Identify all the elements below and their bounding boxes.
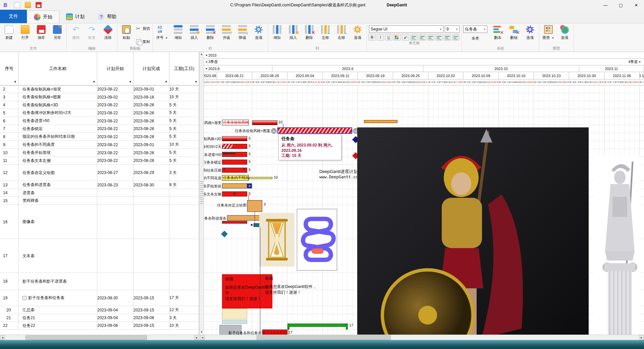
table-row[interactable]: 8指定的任务条开始和结束日期2023-08-222023-08-265 天 [0, 133, 199, 141]
ribbon-button-paste[interactable]: 粘贴 [119, 24, 134, 40]
ribbon-button-col-options[interactable]: 选项 [350, 24, 365, 40]
ribbon-button-align-middle[interactable] [444, 34, 451, 41]
table-row[interactable]: 11任务条文本左侧2023-08-222023-08-265 天 [0, 157, 199, 165]
bar-type-combo[interactable]: 任务条∨ [463, 25, 487, 33]
table-row[interactable]: 22任务222023-09-062023-09-1510 天 [0, 322, 199, 330]
column-header-4[interactable]: 工期(工日)▼ [169, 52, 199, 85]
table-row[interactable]: 2任务条绘制风格=渐变2023-08-222023-09-0110 天 [0, 85, 199, 93]
ribbon-button-align-right[interactable] [427, 34, 434, 41]
ribbon-button-italic[interactable]: I [377, 34, 384, 41]
column-header-2[interactable]: 计划开始▼ [97, 52, 133, 85]
ribbon-button-col-right[interactable]: →右移 [334, 24, 349, 40]
column-header-0[interactable]: 序号▼ [0, 52, 18, 85]
filter-dropdown-icon[interactable]: ▼ [195, 80, 198, 83]
ribbon-button-col-left[interactable]: ←左移 [318, 24, 333, 40]
collapse-expander-icon[interactable]: − [22, 296, 26, 300]
table-row[interactable]: 3任务条绘制风格=图案2023-09-022023-09-1615 天 [0, 93, 199, 101]
table-row[interactable]: 15里程碑条 [0, 197, 199, 205]
ribbon-button-save[interactable]: 保存 [34, 24, 49, 40]
table-row[interactable]: 5任务条缓冲区剩余时间=2天2023-08-222023-08-265 天 [0, 109, 199, 117]
filter-dropdown-icon[interactable]: ▼ [93, 80, 96, 83]
ribbon-button-new[interactable]: 新建 [1, 24, 17, 40]
ribbon-button-col-delete[interactable]: ✕删除 [302, 24, 317, 40]
ribbon-button-underline[interactable]: U [385, 34, 392, 41]
table-row[interactable]: 9任务条的不同高度2023-08-222023-09-0110 天 [0, 141, 199, 149]
table-row[interactable]: 17文本条 [0, 239, 199, 273]
new-file-icon[interactable] [14, 2, 20, 8]
filter-dropdown-icon[interactable]: ▼ [129, 80, 132, 83]
ribbon-button-row-demote[interactable]: ↓降级 [235, 24, 250, 40]
task12-bar [247, 200, 262, 212]
font-name-combo[interactable]: Segoe UI∨ [369, 25, 443, 33]
tab-help[interactable]: ?帮助 [91, 10, 123, 23]
cell-text: 任务条绘制风格=图案 [22, 94, 61, 100]
ribbon-button-row-options[interactable]: 选项 [251, 24, 266, 40]
ribbon-button-clear[interactable]: 清除 [100, 24, 116, 40]
ribbon-button-cut[interactable]: 剪切 [135, 25, 151, 32]
maximize-button[interactable]: ▢ [613, 0, 629, 10]
filter-dropdown-icon[interactable]: ▼ [14, 80, 17, 83]
save-icon[interactable] [36, 2, 42, 8]
ribbon-button-align-bottom[interactable] [452, 34, 460, 41]
table-row[interactable]: 4任务条绘制风格=3D2023-08-222023-08-265 天 [0, 101, 199, 109]
gantt-scroll-thumb[interactable] [257, 335, 391, 340]
cell-text: 4 [3, 103, 5, 107]
ribbon-button-save-as[interactable]: 另存 [50, 24, 65, 40]
scroll-down-icon[interactable]: ▼ [199, 330, 204, 335]
ribbon-button-row-insert[interactable]: ✱插入 [186, 24, 202, 40]
close-button[interactable]: ✕ [629, 0, 644, 10]
ribbon-button-align-top[interactable] [435, 34, 443, 41]
column-header-1[interactable]: 工作名称▼ [18, 52, 97, 85]
ribbon-button-chart-class[interactable]: 图类 ▼ [541, 24, 556, 40]
tab-home[interactable]: 开始 [27, 10, 59, 23]
filter-dropdown-icon[interactable]: ▼ [165, 80, 168, 83]
table-row[interactable]: 13任务条和进度条2023-08-232023-08-308 天 [0, 181, 199, 189]
ribbon-button-format-painter[interactable] [402, 34, 409, 41]
table-row[interactable]: 19−影子任务条和任务条2023-08-302023-09-1517 天 [0, 290, 199, 306]
cell-text: 2023-08-30 [97, 296, 118, 300]
ribbon-button-align-left[interactable] [410, 34, 418, 41]
ribbon-button-bold[interactable]: B [368, 34, 376, 41]
ribbon-button-link-delete[interactable]: ✕删链 [506, 24, 522, 40]
table-row[interactable]: 14进度条 [0, 189, 199, 197]
ribbon-button-copy[interactable]: 复制 [135, 39, 151, 45]
table-scroll-thumb[interactable] [25, 335, 147, 340]
ribbon-button-redo[interactable]: 恢复 [84, 24, 100, 40]
scroll-right-icon[interactable]: ► [639, 335, 644, 340]
table-row[interactable]: 12任务条自定义绘图2023-08-272023-08-293 天 [0, 165, 199, 181]
font-size-combo[interactable]: 9∨ [445, 25, 460, 33]
ribbon-button-fill-color[interactable] [393, 34, 401, 41]
table-row[interactable]: 16图像条 [0, 205, 199, 239]
gantt-horizontal-scrollbar[interactable]: ◄ ► [199, 335, 644, 340]
table-row[interactable]: 7任务条锁定2023-08-222023-08-265 天 [0, 125, 199, 133]
ribbon-button-chart-options[interactable]: 选项 [557, 24, 572, 40]
ribbon-button-open[interactable]: 打开 [17, 24, 33, 40]
minimize-button[interactable]: — [598, 0, 613, 10]
table-vertical-scrollbar[interactable]: ▲ ▼ [199, 52, 204, 335]
table-row[interactable]: 21任务212023-09-042023-09-063 天 [0, 314, 199, 322]
scroll-right-icon[interactable]: ► [194, 335, 199, 340]
ribbon-button-row-promote[interactable]: ↑升级 [219, 24, 234, 40]
tab-file[interactable]: 文件 [0, 10, 27, 23]
ribbon-button-bar-options[interactable]: 选项 [522, 24, 538, 40]
ribbon-button-seq-number[interactable]: 序号 ▼ [154, 24, 170, 40]
ribbon-button-col-insert[interactable]: ✱插入 [285, 24, 301, 40]
column-header-3[interactable]: 计划完成▼ [133, 52, 169, 85]
ribbon-button-col-add[interactable]: 增加 [269, 24, 285, 40]
scroll-left-icon[interactable]: ◄ [0, 335, 5, 340]
vertical-scroll-thumb[interactable] [200, 181, 203, 205]
ribbon-button-row-delete[interactable]: ✕删除 [203, 24, 218, 40]
scroll-left-icon[interactable]: ◄ [200, 335, 205, 340]
table-horizontal-scrollbar[interactable]: ◄ ► [0, 335, 199, 340]
ribbon-button-row-add[interactable]: 增加 [170, 24, 186, 40]
ribbon-button-align-center[interactable] [419, 34, 426, 41]
tab-plan[interactable]: 计划 [59, 10, 91, 23]
open-folder-icon[interactable] [25, 2, 31, 8]
ribbon-button-bar-delete[interactable]: ✕删条 [490, 24, 505, 40]
table-row[interactable]: 10任务条开始形状2023-08-222023-08-265 天 [0, 149, 199, 157]
table-row[interactable]: 6任务条进度=502023-08-222023-08-265 天 [0, 117, 199, 125]
table-row[interactable]: 20汇总条2023-09-042023-09-1512 天 [0, 306, 199, 314]
scroll-up-icon[interactable]: ▲ [199, 52, 204, 57]
table-row[interactable]: 18影子任务条和影子进度条 [0, 273, 199, 290]
ribbon-button-undo[interactable]: 撤销 [68, 24, 84, 40]
